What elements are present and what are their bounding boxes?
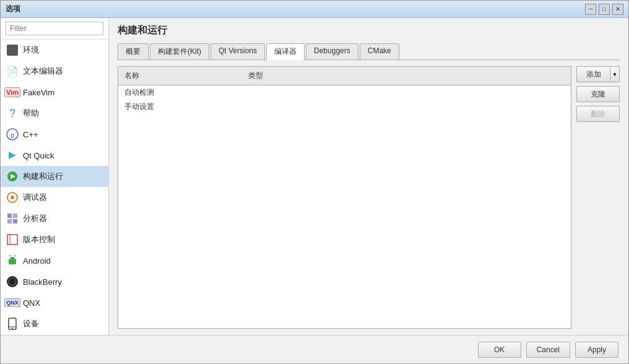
sidebar-label-fakevim: FakeVim	[23, 88, 54, 97]
env-icon	[6, 43, 19, 57]
android-icon	[6, 254, 19, 267]
sidebar-label-qnx: QNX	[23, 298, 40, 308]
table-header: 名称 类型	[118, 67, 571, 85]
close-button[interactable]: ✕	[612, 4, 623, 15]
tab-qt-versions[interactable]: Qt Versions	[210, 43, 265, 59]
minimize-button[interactable]: ─	[585, 4, 596, 15]
window-body: 环境 📄 文本编辑器 Vim FakeVim ?	[1, 18, 628, 335]
cpp-icon: {}	[6, 128, 19, 141]
tab-compilers[interactable]: 编译器	[266, 43, 305, 60]
svg-rect-19	[9, 318, 16, 329]
filter-box	[1, 18, 108, 40]
text-editor-icon: 📄	[6, 64, 19, 78]
sidebar-item-env[interactable]: 环境	[1, 40, 108, 61]
tab-cmake[interactable]: CMake	[360, 43, 399, 59]
svg-rect-8	[13, 214, 17, 218]
compiler-action-buttons: 添加 ▼ 克隆 删除	[576, 66, 620, 329]
header-type: 类型	[242, 69, 571, 82]
sidebar-label-analyze: 分析器	[23, 213, 47, 224]
analyze-icon	[6, 212, 19, 225]
svg-point-6	[11, 196, 14, 199]
sidebar-label-env: 环境	[23, 45, 39, 56]
sidebar-item-debug[interactable]: 调试器	[1, 187, 108, 208]
sidebar-item-qt-quick[interactable]: Qt Quick	[1, 145, 108, 166]
ok-button[interactable]: OK	[478, 342, 521, 358]
delete-button[interactable]: 删除	[576, 106, 620, 122]
sidebar-label-android: Android	[23, 256, 51, 266]
options-window: 选项 ─ □ ✕ 环境 📄	[0, 0, 629, 364]
clone-button[interactable]: 克隆	[576, 86, 620, 102]
title-bar: 选项 ─ □ ✕	[1, 1, 628, 18]
sidebar-item-analyze[interactable]: 分析器	[1, 208, 108, 229]
tabs-bar: 概要 构建套件(Kit) Qt Versions 编译器 Debuggers C…	[118, 43, 620, 60]
maximize-button[interactable]: □	[599, 4, 610, 15]
svg-rect-14	[11, 257, 14, 259]
main-content: 构建和运行 概要 构建套件(Kit) Qt Versions 编译器 Debug…	[109, 18, 628, 335]
debug-icon	[6, 191, 19, 204]
add-button[interactable]: 添加	[576, 66, 610, 82]
table-row[interactable]: 自动检测	[118, 85, 571, 100]
sidebar-item-android[interactable]: Android	[1, 250, 108, 271]
tab-overview[interactable]: 概要	[118, 43, 149, 59]
vcs-icon	[6, 233, 19, 246]
sidebar-label-qt-quick: Qt Quick	[23, 151, 54, 160]
sidebar-label-vcs: 版本控制	[23, 234, 55, 245]
svg-rect-10	[13, 219, 17, 223]
qt-quick-icon	[6, 149, 19, 162]
svg-point-21	[12, 328, 13, 329]
footer: OK Cancel Apply	[1, 335, 628, 363]
blackberry-icon	[6, 275, 19, 288]
table-row[interactable]: 手动设置	[118, 100, 571, 114]
sidebar-label-help: 帮助	[23, 108, 39, 119]
sidebar-item-fakevim[interactable]: Vim FakeVim	[1, 82, 108, 103]
title-controls: ─ □ ✕	[585, 4, 623, 15]
compiler-table: 名称 类型 自动检测 手动设置	[118, 66, 571, 329]
sidebar-item-build-run[interactable]: 构建和运行	[1, 166, 108, 187]
svg-rect-11	[7, 235, 17, 245]
sidebar-label-cpp: C++	[23, 130, 38, 139]
svg-rect-9	[7, 219, 12, 223]
fakevim-icon: Vim	[6, 85, 19, 99]
sidebar-label-debug: 调试器	[23, 192, 47, 203]
add-button-group: 添加 ▼	[576, 66, 620, 82]
help-icon: ?	[6, 106, 19, 120]
svg-rect-13	[9, 259, 16, 264]
sidebar-label-text-editor: 文本编辑器	[23, 66, 63, 77]
sidebar: 环境 📄 文本编辑器 Vim FakeVim ?	[1, 18, 109, 335]
compiler-content: 名称 类型 自动检测 手动设置 添加 ▼ 克隆 删除	[118, 66, 620, 329]
window-title: 选项	[6, 4, 20, 14]
sidebar-item-device[interactable]: 设备	[1, 313, 108, 334]
sidebar-label-blackberry: BlackBerry	[23, 277, 62, 287]
svg-line-15	[9, 255, 11, 256]
sidebar-item-text-editor[interactable]: 📄 文本编辑器	[1, 61, 108, 82]
cancel-button[interactable]: Cancel	[526, 342, 570, 358]
qnx-icon: QNX	[6, 296, 19, 310]
svg-text:{}: {}	[11, 132, 14, 138]
sidebar-label-device: 设备	[23, 318, 39, 329]
sidebar-item-help[interactable]: ? 帮助	[1, 103, 108, 124]
svg-marker-2	[9, 152, 16, 159]
header-name: 名称	[118, 69, 242, 82]
sidebar-item-blackberry[interactable]: BlackBerry	[1, 271, 108, 292]
sidebar-list: 环境 📄 文本编辑器 Vim FakeVim ?	[1, 40, 108, 335]
sidebar-item-cpp[interactable]: {} C++	[1, 124, 108, 145]
filter-input[interactable]	[6, 22, 103, 35]
tab-debuggers[interactable]: Debuggers	[306, 43, 358, 59]
sidebar-label-build-run: 构建和运行	[23, 171, 63, 182]
apply-button[interactable]: Apply	[575, 342, 618, 358]
device-icon	[6, 317, 19, 331]
svg-line-16	[14, 255, 15, 256]
add-dropdown-button[interactable]: ▼	[610, 66, 620, 82]
page-title: 构建和运行	[118, 24, 620, 37]
tab-kit[interactable]: 构建套件(Kit)	[150, 43, 209, 59]
sidebar-item-vcs[interactable]: 版本控制	[1, 229, 108, 250]
table-body: 自动检测 手动设置	[118, 85, 571, 328]
build-run-icon	[6, 170, 19, 183]
sidebar-item-qnx[interactable]: QNX QNX	[1, 292, 108, 313]
svg-rect-7	[7, 214, 12, 218]
